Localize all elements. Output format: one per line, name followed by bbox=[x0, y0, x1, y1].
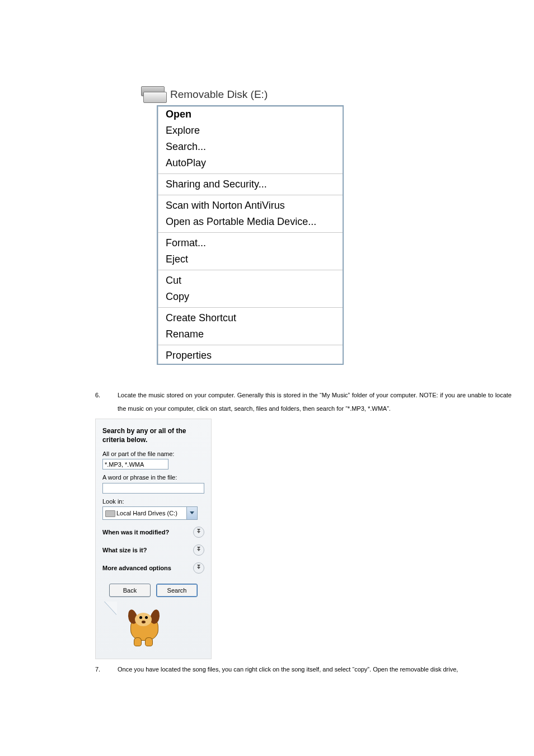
expand-size-button[interactable] bbox=[193, 544, 204, 556]
list-item: 6. Locate the music stored on your compu… bbox=[95, 388, 512, 415]
expand-modified-button[interactable] bbox=[193, 527, 204, 538]
label-lookin: Look in: bbox=[102, 498, 204, 505]
row-size-label: What size is it? bbox=[102, 547, 147, 553]
removable-disk-icon bbox=[140, 86, 166, 103]
disk-title: Removable Disk (E:) bbox=[170, 88, 268, 101]
list-item-text: Once you have located the song files, yo… bbox=[118, 663, 512, 676]
list-item-number: 6. bbox=[95, 388, 106, 415]
menu-item-open[interactable]: Open bbox=[158, 106, 343, 123]
menu-item-search[interactable]: Search... bbox=[158, 139, 343, 155]
label-phrase: A word or phrase in the file: bbox=[102, 474, 204, 481]
menu-item-explore[interactable]: Explore bbox=[158, 123, 343, 139]
menu-item-copy[interactable]: Copy bbox=[158, 289, 343, 305]
row-more-label: More advanced options bbox=[102, 565, 171, 571]
speech-bubble-tail bbox=[105, 602, 117, 615]
list-item-text: Locate the music stored on your computer… bbox=[118, 388, 512, 415]
menu-separator bbox=[158, 232, 343, 233]
menu-item-properties[interactable]: Properties bbox=[158, 348, 343, 364]
label-filename: All or part of the file name: bbox=[102, 450, 204, 457]
search-button[interactable]: Search bbox=[156, 584, 198, 597]
menu-item-sharing[interactable]: Sharing and Security... bbox=[158, 176, 343, 192]
expand-more-button[interactable] bbox=[193, 562, 204, 574]
menu-item-create-shortcut[interactable]: Create Shortcut bbox=[158, 310, 343, 326]
search-companion-area bbox=[102, 603, 204, 653]
hard-drive-icon bbox=[105, 509, 114, 517]
context-menu-wrap: Removable Disk (E:) Open Explore Search.… bbox=[140, 84, 341, 365]
menu-item-rename[interactable]: Rename bbox=[158, 326, 343, 342]
context-menu: Open Explore Search... AutoPlay Sharing … bbox=[157, 105, 344, 365]
disk-header: Removable Disk (E:) bbox=[140, 84, 341, 105]
menu-item-eject[interactable]: Eject bbox=[158, 251, 343, 267]
menu-separator bbox=[158, 270, 343, 270]
filename-input[interactable] bbox=[102, 459, 168, 469]
menu-separator bbox=[158, 173, 343, 174]
lookin-dropdown[interactable]: Local Hard Drives (C:) bbox=[102, 506, 198, 520]
search-dog-icon bbox=[128, 606, 163, 646]
list-item: 7. Once you have located the song files,… bbox=[95, 663, 512, 676]
menu-item-norton[interactable]: Scan with Norton AntiVirus bbox=[158, 198, 343, 214]
search-panel-title: Search by any or all of the criteria bel… bbox=[102, 427, 204, 444]
menu-separator bbox=[158, 307, 343, 308]
menu-item-format[interactable]: Format... bbox=[158, 235, 343, 251]
back-button[interactable]: Back bbox=[109, 584, 151, 597]
menu-separator bbox=[158, 345, 343, 345]
menu-item-autoplay[interactable]: AutoPlay bbox=[158, 155, 343, 171]
menu-item-cut[interactable]: Cut bbox=[158, 273, 343, 289]
phrase-input[interactable] bbox=[102, 483, 204, 494]
menu-item-portable[interactable]: Open as Portable Media Device... bbox=[158, 214, 343, 230]
lookin-value: Local Hard Drives (C:) bbox=[116, 510, 186, 516]
menu-separator bbox=[158, 195, 343, 195]
row-modified-label: When was it modified? bbox=[102, 529, 169, 536]
list-item-number: 7. bbox=[95, 663, 106, 676]
search-panel: Search by any or all of the criteria bel… bbox=[95, 419, 212, 659]
chevron-down-icon[interactable] bbox=[186, 507, 197, 519]
